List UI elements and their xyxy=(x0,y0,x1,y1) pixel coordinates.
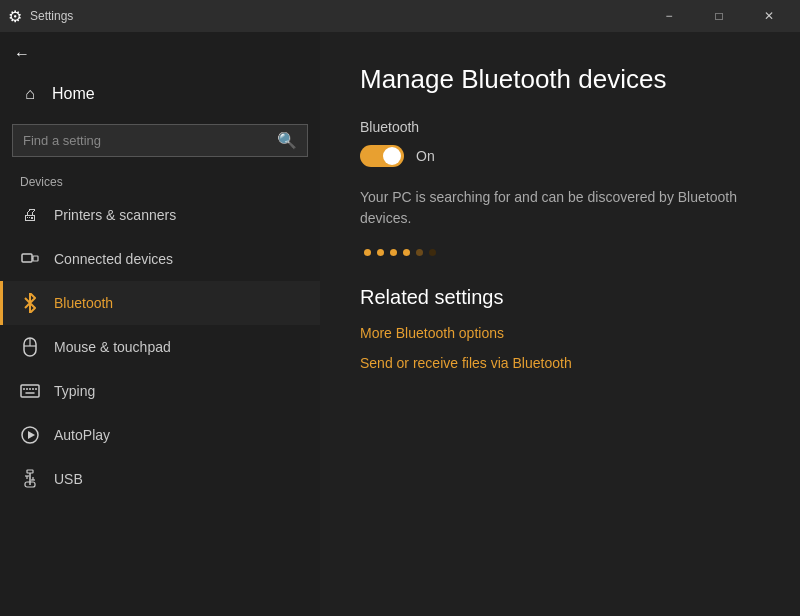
app-layout: ← ⌂ Home 🔍 Devices 🖨 Printers & scanners xyxy=(0,32,800,616)
svg-rect-6 xyxy=(21,385,39,397)
home-label: Home xyxy=(52,85,95,103)
svg-rect-1 xyxy=(33,256,38,261)
titlebar-title: Settings xyxy=(30,9,73,23)
connected-icon xyxy=(20,249,40,269)
searching-dots xyxy=(360,249,760,256)
bluetooth-description: Your PC is searching for and can be disc… xyxy=(360,187,760,229)
bluetooth-icon xyxy=(20,293,40,313)
dot-1 xyxy=(364,249,371,256)
main-content: Manage Bluetooth devices Bluetooth On Yo… xyxy=(320,32,800,616)
dot-5 xyxy=(416,249,423,256)
home-icon: ⌂ xyxy=(20,84,40,104)
search-box[interactable]: 🔍 xyxy=(12,124,308,157)
titlebar: ⚙ Settings − □ ✕ xyxy=(0,0,800,32)
sidebar-item-label: Printers & scanners xyxy=(54,207,176,223)
sidebar-item-label: AutoPlay xyxy=(54,427,110,443)
more-bluetooth-options-link[interactable]: More Bluetooth options xyxy=(360,325,760,341)
toggle-status: On xyxy=(416,148,435,164)
titlebar-left: ⚙ Settings xyxy=(8,7,73,26)
svg-marker-14 xyxy=(28,431,35,439)
typing-icon xyxy=(20,381,40,401)
autoplay-icon xyxy=(20,425,40,445)
sidebar-item-mouse[interactable]: Mouse & touchpad xyxy=(0,325,320,369)
sidebar-item-label: Connected devices xyxy=(54,251,173,267)
dot-6 xyxy=(429,249,436,256)
bluetooth-toggle-row: On xyxy=(360,145,760,167)
sidebar-item-label: USB xyxy=(54,471,83,487)
dot-2 xyxy=(377,249,384,256)
home-nav-item[interactable]: ⌂ Home xyxy=(0,72,320,116)
section-label: Devices xyxy=(0,165,320,193)
search-icon: 🔍 xyxy=(277,131,297,150)
sidebar-item-bluetooth[interactable]: Bluetooth xyxy=(0,281,320,325)
page-title: Manage Bluetooth devices xyxy=(360,64,760,95)
svg-rect-15 xyxy=(27,470,33,473)
back-home-row: ← xyxy=(0,32,320,72)
usb-icon xyxy=(20,469,40,489)
toggle-knob xyxy=(383,147,401,165)
sidebar-item-connected[interactable]: Connected devices xyxy=(0,237,320,281)
bluetooth-label: Bluetooth xyxy=(360,119,760,135)
related-settings-title: Related settings xyxy=(360,286,760,309)
close-button[interactable]: ✕ xyxy=(746,0,792,32)
sidebar-item-label: Typing xyxy=(54,383,95,399)
printers-icon: 🖨 xyxy=(20,205,40,225)
maximize-button[interactable]: □ xyxy=(696,0,742,32)
sidebar-item-typing[interactable]: Typing xyxy=(0,369,320,413)
titlebar-controls: − □ ✕ xyxy=(646,0,792,32)
search-input[interactable] xyxy=(23,133,269,148)
dot-4 xyxy=(403,249,410,256)
sidebar-item-label: Mouse & touchpad xyxy=(54,339,171,355)
minimize-button[interactable]: − xyxy=(646,0,692,32)
send-receive-files-link[interactable]: Send or receive files via Bluetooth xyxy=(360,355,760,371)
sidebar: ← ⌂ Home 🔍 Devices 🖨 Printers & scanners xyxy=(0,32,320,616)
sidebar-item-usb[interactable]: USB xyxy=(0,457,320,501)
svg-rect-0 xyxy=(22,254,32,262)
sidebar-item-printers[interactable]: 🖨 Printers & scanners xyxy=(0,193,320,237)
sidebar-item-autoplay[interactable]: AutoPlay xyxy=(0,413,320,457)
sidebar-item-label: Bluetooth xyxy=(54,295,113,311)
settings-icon: ⚙ xyxy=(8,7,22,26)
back-button[interactable]: ← xyxy=(8,40,36,68)
mouse-icon xyxy=(20,337,40,357)
bluetooth-toggle[interactable] xyxy=(360,145,404,167)
dot-3 xyxy=(390,249,397,256)
